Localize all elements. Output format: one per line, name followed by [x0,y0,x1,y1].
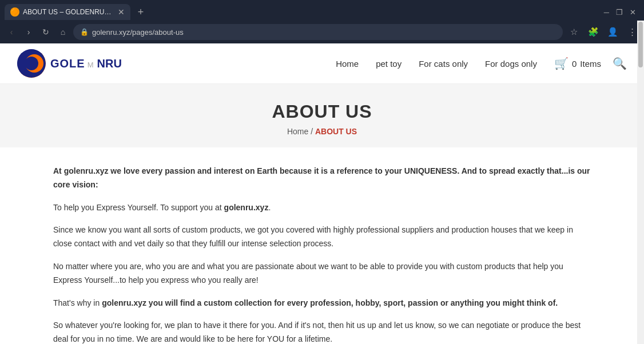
tab-favicon: 🔶 [10,7,19,17]
reload-button[interactable]: ↻ [39,25,53,39]
breadcrumb: Home / ABOUT US [11,127,633,136]
back-button[interactable]: ‹ [5,25,18,39]
secure-icon: 🔒 [80,28,89,36]
content-para-6: So whatever you're looking for, we plan … [53,319,591,344]
restore-button[interactable]: ❐ [616,8,623,17]
close-button[interactable]: ✕ [630,8,636,17]
breadcrumb-separator: / [311,127,315,136]
tab-close-button[interactable]: ✕ [118,7,125,17]
para5-prefix: That's why in [53,298,102,307]
toolbar-right: ☆ 🧩 👤 ⋮ [566,25,639,39]
nav-links: Home pet toy For cats only For dogs only [336,59,537,69]
breadcrumb-home-link[interactable]: Home [287,127,308,136]
profile-button[interactable]: 👤 [605,25,620,39]
forward-button[interactable]: › [22,25,35,39]
nav-pet-toy[interactable]: pet toy [376,59,401,69]
nav-home[interactable]: Home [336,59,359,69]
minimize-button[interactable]: ─ [604,8,609,17]
content-para-2: To help you Express Yourself. To support… [53,201,591,215]
page-title: ABOUT US [11,101,633,122]
para5-bold: golenru.xyz you will find a custom colle… [102,298,558,307]
bookmark-button[interactable]: ☆ [566,25,581,39]
para2-suffix: . [268,203,271,212]
extensions-button[interactable]: 🧩 [586,25,601,39]
cart-area[interactable]: 🛒 0 Items [554,57,601,70]
address-bar-row: ‹ › ↻ ⌂ 🔒 golenru.xyz/pages/about-us ☆ 🧩… [0,21,644,43]
content-para-1: At golenru.xyz we love every passion and… [53,165,591,192]
logo-icon [17,49,46,78]
svg-point-2 [25,57,38,70]
cart-icon: 🛒 [554,57,569,70]
new-tab-button[interactable]: + [134,5,148,19]
para2-link: golenru.xyz [224,203,269,212]
page-header: ABOUT US Home / ABOUT US [0,84,644,147]
home-button[interactable]: ⌂ [56,25,70,39]
cart-count: 0 [572,59,577,69]
logo-text-gole: GOLE [50,57,85,70]
website-content: GOLE M NRU Home pet toy For cats only Fo… [0,43,644,344]
nav-for-cats[interactable]: For cats only [419,59,468,69]
cart-label: Items [580,59,601,69]
search-button[interactable]: 🔍 [613,57,627,70]
scrollbar[interactable] [637,21,644,344]
breadcrumb-current: ABOUT US [315,127,357,136]
logo-middle: M [88,61,95,69]
content-para-5: That's why in golenru.xyz you will find … [53,297,591,310]
scrollbar-thumb[interactable] [638,22,643,67]
logo-text-nru: NRU [97,57,122,70]
content-area: At golenru.xyz we love every passion and… [36,165,608,344]
tab-title: ABOUT US – GOLDENRULE AD... [23,8,114,16]
active-tab[interactable]: 🔶 ABOUT US – GOLDENRULE AD... ✕ [5,4,130,20]
para2-prefix: To help you Express Yourself. To support… [53,203,224,212]
content-para-4: No matter where you are, who you are and… [53,260,591,287]
url-bar[interactable]: 🔒 golenru.xyz/pages/about-us [73,24,563,40]
window-controls: ─ ❐ ✕ [604,8,639,17]
content-para-3: Since we know you want all sorts of cust… [53,223,591,251]
url-text: golenru.xyz/pages/about-us [92,28,184,37]
logo-area[interactable]: GOLE M NRU [17,49,122,78]
site-nav: GOLE M NRU Home pet toy For cats only Fo… [0,43,644,84]
tab-bar: 🔶 ABOUT US – GOLDENRULE AD... ✕ + ─ ❐ ✕ [0,0,644,21]
nav-for-dogs[interactable]: For dogs only [485,59,537,69]
